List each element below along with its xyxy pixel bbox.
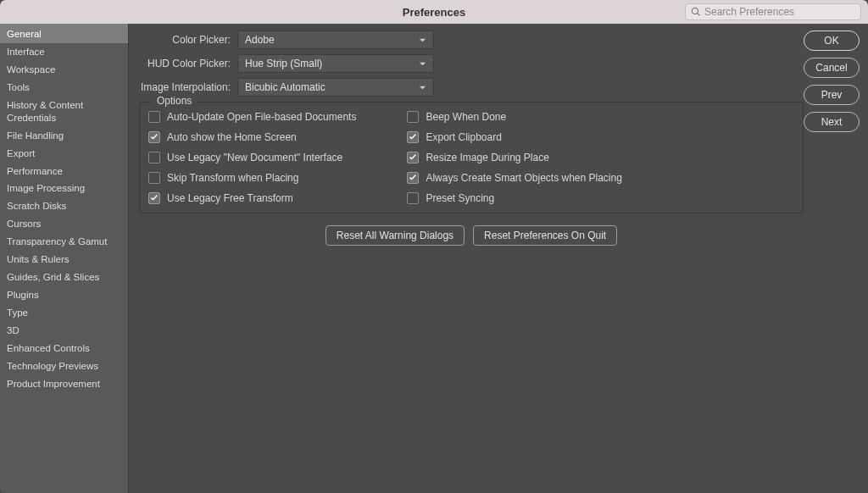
checkbox-box[interactable]: [407, 152, 419, 163]
checkbox-label: Resize Image During Place: [426, 152, 548, 163]
sidebar-item-guides-grid-slices[interactable]: Guides, Grid & Slices: [0, 269, 128, 286]
sidebar-item-type[interactable]: Type: [0, 304, 128, 322]
check-icon: [150, 194, 159, 202]
check-icon: [409, 174, 417, 182]
hud-color-picker-value: Hue Strip (Small): [245, 58, 322, 69]
checkbox-box[interactable]: [148, 192, 160, 204]
right-buttons: OK Cancel Prev Next: [804, 24, 868, 493]
checkbox-use-legacy-free-transform[interactable]: Use Legacy Free Transform: [148, 192, 356, 204]
ok-button[interactable]: OK: [804, 30, 860, 51]
checkbox-box[interactable]: [148, 152, 160, 163]
options-col-2: Beep When DoneExport ClipboardResize Ima…: [407, 111, 621, 204]
checkbox-box[interactable]: [407, 192, 419, 204]
sidebar-item-cursors[interactable]: Cursors: [0, 215, 128, 233]
search-icon: [691, 7, 701, 17]
image-interpolation-value: Bicubic Automatic: [245, 81, 326, 93]
next-button[interactable]: Next: [804, 112, 860, 132]
reset-on-quit-button[interactable]: Reset Preferences On Quit: [473, 225, 617, 246]
options-fieldset: Options Auto-Update Open File-based Docu…: [139, 102, 804, 213]
sidebar-item-file-handling[interactable]: File Handling: [0, 127, 128, 145]
chevron-down-icon: [419, 84, 426, 91]
sidebar-item-units-rulers[interactable]: Units & Rulers: [0, 251, 128, 269]
sidebar-item-enhanced-controls[interactable]: Enhanced Controls: [0, 340, 128, 357]
search-wrap[interactable]: [685, 3, 861, 20]
checkbox-label: Auto-Update Open File-based Documents: [167, 111, 356, 123]
search-input[interactable]: [704, 6, 855, 18]
sidebar-item-performance[interactable]: Performance: [0, 163, 128, 180]
checkbox-label: Skip Transform when Placing: [167, 172, 298, 184]
checkbox-resize-image-during-place[interactable]: Resize Image During Place: [407, 152, 621, 163]
checkbox-box[interactable]: [148, 172, 160, 184]
checkbox-box[interactable]: [407, 172, 419, 184]
chevron-down-icon: [419, 36, 426, 44]
checkbox-auto-update-open-file-based-documents[interactable]: Auto-Update Open File-based Documents: [148, 111, 356, 123]
cancel-button[interactable]: Cancel: [804, 58, 860, 78]
checkbox-beep-when-done[interactable]: Beep When Done: [407, 111, 621, 123]
sidebar-item-export[interactable]: Export: [0, 145, 128, 163]
checkbox-always-create-smart-objects-when-placing[interactable]: Always Create Smart Objects when Placing: [407, 172, 621, 184]
checkbox-box[interactable]: [407, 111, 419, 123]
color-picker-value: Adobe: [245, 34, 275, 46]
checkbox-box[interactable]: [407, 131, 419, 143]
checkbox-skip-transform-when-placing[interactable]: Skip Transform when Placing: [148, 172, 356, 184]
sidebar-item-scratch-disks[interactable]: Scratch Disks: [0, 197, 128, 215]
check-icon: [409, 153, 417, 162]
checkbox-label: Beep When Done: [426, 111, 506, 123]
check-icon: [150, 133, 159, 141]
checkbox-auto-show-the-home-screen[interactable]: Auto show the Home Screen: [148, 131, 356, 143]
checkbox-label: Use Legacy "New Document" Interface: [167, 152, 342, 163]
titlebar: Preferences: [0, 0, 868, 24]
sidebar-item-workspace[interactable]: Workspace: [0, 61, 128, 79]
hud-color-picker-label: HUD Color Picker:: [139, 58, 231, 69]
color-picker-select[interactable]: Adobe: [237, 30, 434, 49]
checkbox-box[interactable]: [148, 111, 160, 123]
sidebar-item-transparency-gamut[interactable]: Transparency & Gamut: [0, 233, 128, 251]
sidebar-item-interface[interactable]: Interface: [0, 43, 128, 61]
checkbox-label: Export Clipboard: [426, 131, 501, 143]
checkbox-use-legacy-new-document-interface[interactable]: Use Legacy "New Document" Interface: [148, 152, 356, 163]
sidebar-item-image-processing[interactable]: Image Processing: [0, 180, 128, 197]
sidebar: GeneralInterfaceWorkspaceToolsHistory & …: [0, 24, 129, 493]
image-interpolation-label: Image Interpolation:: [139, 81, 231, 93]
hud-color-picker-select[interactable]: Hue Strip (Small): [237, 54, 434, 73]
checkbox-label: Auto show the Home Screen: [167, 131, 297, 143]
checkbox-label: Preset Syncing: [426, 192, 494, 204]
color-picker-label: Color Picker:: [139, 34, 231, 46]
checkbox-export-clipboard[interactable]: Export Clipboard: [407, 131, 621, 143]
sidebar-item-3d[interactable]: 3D: [0, 322, 128, 340]
check-icon: [409, 133, 417, 141]
options-legend: Options: [152, 95, 197, 107]
main-panel: Color Picker: Adobe HUD Color Picker: Hu…: [129, 24, 804, 493]
sidebar-item-general[interactable]: General: [0, 24, 128, 43]
chevron-down-icon: [419, 60, 426, 68]
reset-warnings-button[interactable]: Reset All Warning Dialogs: [326, 225, 465, 246]
sidebar-item-technology-previews[interactable]: Technology Previews: [0, 357, 128, 375]
sidebar-item-product-improvement[interactable]: Product Improvement: [0, 375, 128, 393]
checkbox-preset-syncing[interactable]: Preset Syncing: [407, 192, 621, 204]
options-col-1: Auto-Update Open File-based DocumentsAut…: [148, 111, 356, 204]
prev-button[interactable]: Prev: [804, 85, 860, 105]
checkbox-label: Always Create Smart Objects when Placing: [426, 172, 621, 184]
checkbox-label: Use Legacy Free Transform: [167, 192, 293, 204]
sidebar-item-tools[interactable]: Tools: [0, 79, 128, 97]
checkbox-box[interactable]: [148, 131, 160, 143]
sidebar-item-history-content-credentials[interactable]: History & Content Credentials: [0, 97, 128, 127]
sidebar-item-plugins[interactable]: Plugins: [0, 286, 128, 304]
image-interpolation-select[interactable]: Bicubic Automatic: [237, 78, 434, 97]
